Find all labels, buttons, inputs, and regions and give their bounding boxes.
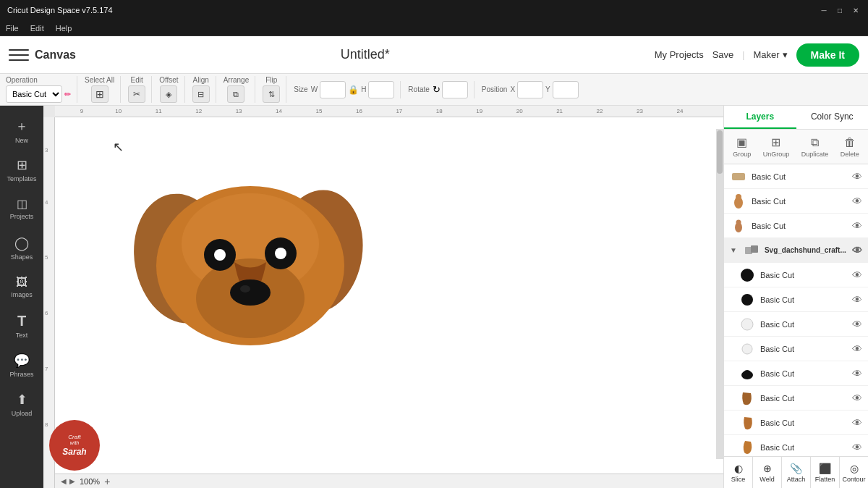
weld-icon: ⊕ xyxy=(763,463,772,474)
menu-file[interactable]: File xyxy=(6,24,19,33)
eye-icon[interactable]: 👁 xyxy=(852,368,862,379)
eye-icon[interactable]: 👁 xyxy=(852,417,862,429)
eye-icon[interactable]: 👁 xyxy=(852,392,862,404)
eye-icon[interactable]: 👁 xyxy=(852,195,862,207)
layer-item[interactable]: Basic Cut 👁 xyxy=(724,189,868,214)
contour-btn[interactable]: ◎ Contour xyxy=(840,457,868,488)
sidebar-item-projects[interactable]: ◫ Projects xyxy=(3,190,41,227)
sidebar-item-new[interactable]: ＋ New xyxy=(3,112,41,149)
tab-color-sync[interactable]: Color Sync xyxy=(796,106,869,129)
menu-bar: File Edit Help xyxy=(0,20,868,36)
eye-icon[interactable]: 👁 xyxy=(852,269,862,281)
lock-icon: 🔒 xyxy=(348,85,359,95)
edit-label: Edit xyxy=(131,76,143,84)
flatten-btn[interactable]: ⬛ Flatten xyxy=(811,457,840,488)
sidebar-item-upload[interactable]: ⬆ Upload xyxy=(3,385,41,423)
layer-item[interactable]: Basic Cut 👁 xyxy=(724,287,868,312)
app-title: Cricut Design Space v7.5.174 xyxy=(7,6,113,14)
contour-icon: ◎ xyxy=(850,463,859,474)
layer-name: Basic Cut xyxy=(760,345,848,353)
sidebar-item-text[interactable]: T Text xyxy=(3,307,41,345)
maximize-btn[interactable]: □ xyxy=(835,5,845,15)
pos-y-input[interactable] xyxy=(553,81,579,98)
left-sidebar: ＋ New ⊞ Templates ◫ Projects ◯ Shapes 🖼 … xyxy=(0,106,43,488)
arrange-btn[interactable]: ⧉ xyxy=(227,85,244,103)
sidebar-label-phrases: Phrases xyxy=(9,371,33,378)
sidebar-item-phrases[interactable]: 💬 Phrases xyxy=(3,346,41,384)
edit-btn[interactable]: ✂ xyxy=(128,85,145,103)
my-projects-btn[interactable]: My Projects xyxy=(655,49,704,60)
pos-x-input[interactable] xyxy=(517,81,543,98)
maker-btn[interactable]: Maker ▾ xyxy=(753,49,787,60)
rotate-icon: ↻ xyxy=(433,84,441,95)
close-btn[interactable]: ✕ xyxy=(851,5,861,15)
layer-item[interactable]: Basic Cut 👁 xyxy=(724,337,868,361)
layers-list[interactable]: Basic Cut 👁 Basic Cut 👁 Basic Cut 👁 xyxy=(724,164,868,456)
tab-layers[interactable]: Layers xyxy=(724,106,796,129)
sidebar-item-images[interactable]: 🖼 Images xyxy=(3,268,41,306)
menu-edit[interactable]: Edit xyxy=(30,24,44,33)
eye-icon[interactable]: 👁 xyxy=(852,343,862,355)
size-w-input[interactable] xyxy=(320,81,346,98)
sidebar-item-shapes[interactable]: ◯ Shapes xyxy=(3,229,41,266)
operation-select[interactable]: Basic Cut xyxy=(6,85,62,103)
vertical-scrollbar[interactable] xyxy=(716,129,723,459)
duplicate-btn[interactable]: ⧉ Duplicate xyxy=(799,135,832,159)
select-all-btn[interactable]: ⊞ xyxy=(91,85,109,103)
svg-point-10 xyxy=(240,285,250,293)
eye-icon[interactable]: 👁 xyxy=(852,220,862,232)
group-header[interactable]: ▼ Svg_dachshund_craft... 👁 xyxy=(724,238,868,263)
scroll-left-btn[interactable]: ◀ xyxy=(61,477,67,485)
sidebar-label-projects: Projects xyxy=(10,213,34,220)
layer-item[interactable]: Basic Cut 👁 xyxy=(724,214,868,238)
edit-group: Edit ✂ xyxy=(128,76,152,103)
dog-image[interactable] xyxy=(127,139,373,366)
layer-item[interactable]: Basic Cut 👁 xyxy=(724,361,868,386)
group-btn[interactable]: ▣ Group xyxy=(730,134,754,159)
weld-btn[interactable]: ⊕ Weld xyxy=(753,457,782,488)
sidebar-item-templates[interactable]: ⊞ Templates xyxy=(3,151,41,188)
layer-thumb xyxy=(739,365,756,382)
offset-label: Offset xyxy=(159,76,179,84)
layer-item[interactable]: Basic Cut 👁 xyxy=(724,164,868,189)
make-it-btn[interactable]: Make It xyxy=(796,43,859,67)
watermark: Craft with Sarah xyxy=(49,420,100,471)
svg-point-15 xyxy=(736,219,741,224)
flatten-icon: ⬛ xyxy=(819,463,831,474)
scroll-right-btn[interactable]: ▶ xyxy=(69,477,75,485)
layer-item[interactable]: Basic Cut 👁 xyxy=(724,386,868,411)
project-title: Untitled* xyxy=(76,47,655,62)
eye-icon[interactable]: 👁 xyxy=(852,245,862,256)
title-bar: Cricut Design Space v7.5.174 ─ □ ✕ xyxy=(0,0,868,20)
size-h-input[interactable] xyxy=(368,81,394,98)
ungroup-btn[interactable]: ⊞ UnGroup xyxy=(760,134,793,159)
menu-help[interactable]: Help xyxy=(56,24,72,33)
align-btn[interactable]: ⊟ xyxy=(192,85,210,103)
flip-btn[interactable]: ⇅ xyxy=(263,85,280,103)
rotate-label: Rotate xyxy=(408,85,429,93)
rotate-input[interactable] xyxy=(442,81,468,98)
arrange-label: Arrange xyxy=(224,76,250,84)
delete-btn[interactable]: 🗑 Delete xyxy=(838,135,862,159)
layer-thumb xyxy=(739,414,756,432)
sidebar-label-templates: Templates xyxy=(7,175,36,182)
layer-item[interactable]: Basic Cut 👁 xyxy=(724,411,868,435)
canvas-content[interactable]: ↖ xyxy=(55,117,723,474)
canvas-area[interactable]: 9 10 11 12 13 14 15 16 17 18 19 20 21 22… xyxy=(43,106,723,488)
attach-btn[interactable]: 📎 Attach xyxy=(782,457,811,488)
scroll-thumb[interactable] xyxy=(717,130,723,174)
eye-icon[interactable]: 👁 xyxy=(852,442,862,453)
hamburger-menu[interactable] xyxy=(9,45,29,65)
layer-item[interactable]: Basic Cut 👁 xyxy=(724,435,868,456)
collapse-arrow-icon: ▼ xyxy=(730,246,737,254)
eye-icon[interactable]: 👁 xyxy=(852,294,862,306)
layer-item[interactable]: Basic Cut 👁 xyxy=(724,263,868,287)
layer-item[interactable]: Basic Cut 👁 xyxy=(724,312,868,337)
offset-btn[interactable]: ◈ xyxy=(160,85,177,103)
save-btn[interactable]: Save xyxy=(712,49,734,60)
zoom-add-btn[interactable]: + xyxy=(104,476,110,487)
minimize-btn[interactable]: ─ xyxy=(819,5,829,15)
eye-icon[interactable]: 👁 xyxy=(852,319,862,330)
eye-icon[interactable]: 👁 xyxy=(852,171,862,182)
slice-btn[interactable]: ◐ Slice xyxy=(724,457,753,488)
